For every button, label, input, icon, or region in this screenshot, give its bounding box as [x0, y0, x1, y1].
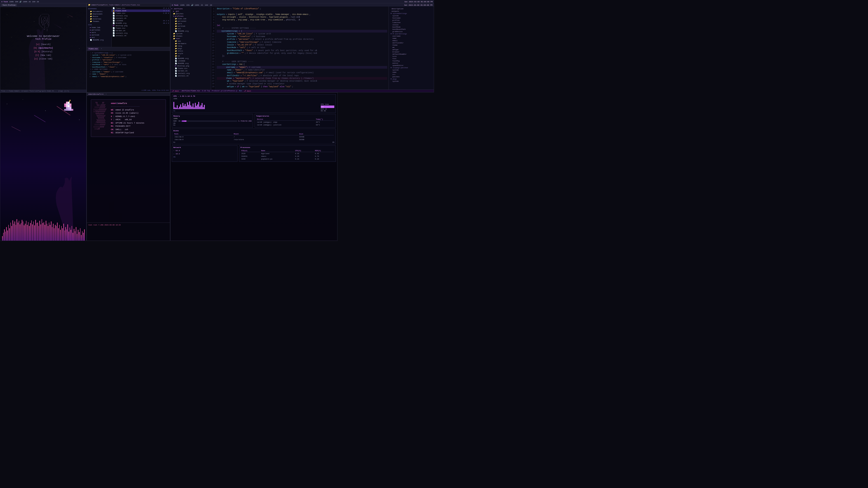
rp-item-hostname[interactable]: hostname: [389, 17, 434, 19]
rp-item-locale[interactable]: locale: [389, 24, 434, 26]
fm-file-readme[interactable]: 📄README.org: [87, 39, 112, 41]
qb-active-tab[interactable]: Tech Profile: [1, 4, 17, 6]
rp-item-grubdevice[interactable]: grubDevice: [389, 31, 434, 33]
ft-file-licenseorg[interactable]: 📄 LICENSE: [170, 60, 211, 62]
ft-dir-lang[interactable]: 📁 lang: [170, 45, 211, 47]
ft-file-flakenix[interactable]: 📄 flake.nix: [170, 67, 211, 70]
rp-item-spawneditor[interactable]: spawnEditor: [389, 64, 434, 67]
ft-dir-app[interactable]: 📁 app: [170, 40, 211, 42]
rp-item-profile[interactable]: profile: [389, 19, 434, 22]
ft-dir-hardware[interactable]: 📁 hardware: [170, 42, 211, 45]
ft-dir-wm[interactable]: 📁 wm: [170, 55, 211, 57]
ft-dir-patches[interactable]: 📁 patches: [170, 12, 211, 15]
ft-dir-pkgs[interactable]: 📁 pkgs: [170, 47, 211, 50]
rp-item-font[interactable]: font: [389, 58, 434, 60]
ft-file-installorg[interactable]: 📄 install.org: [170, 72, 211, 74]
ft-dir-homelab[interactable]: 📁 home.lab: [170, 18, 211, 20]
cp-tab[interactable]: +: [100, 47, 103, 51]
qb-link-closetab[interactable]: [x] [Close tab]: [33, 57, 53, 61]
rp-item-timezone[interactable]: timezone: [389, 22, 434, 24]
rp-item-editor[interactable]: editor: [389, 62, 434, 64]
fm-dir-personal[interactable]: ▶personal: [87, 29, 112, 31]
file-icon: 📄: [175, 58, 177, 59]
fm-item-media[interactable]: 📁Media: [87, 15, 112, 18]
fm-file-flakenix[interactable]: 📄 flake.nix 27.5 K: [112, 7, 170, 9]
rp-item-system[interactable]: system: [389, 15, 434, 17]
viz-bar-3: [5, 232, 6, 240]
ft-dir-shell[interactable]: 📁 shell: [170, 50, 211, 52]
rp-item-email[interactable]: email: [389, 39, 434, 42]
editor-code-content[interactable]: description = "Flake of LibrePhoenix"; o…: [215, 6, 389, 90]
fm-file-installorg2[interactable]: 📄 install.org: [112, 32, 170, 34]
ft-dir-system[interactable]: 📁 system: [170, 32, 211, 35]
fm-file-license[interactable]: 📄 LICENSE 34.2 K: [112, 20, 170, 22]
ft-file-readmeorg2[interactable]: 📄 README.org: [170, 57, 211, 60]
rp-item-name2[interactable]: name: [389, 71, 434, 73]
qb-link-history[interactable]: [S h] [History]: [33, 50, 53, 54]
cp-tab-active[interactable]: flake.nix: [88, 47, 99, 51]
mem-0-label: 0%: [174, 123, 252, 124]
rp-item-wmtype[interactable]: wmType: [389, 48, 434, 51]
fm-item-themes[interactable]: 📁Themes: [87, 20, 112, 23]
ft-dir-themes[interactable]: 📁 themes: [170, 35, 211, 37]
ft-dir-personal[interactable]: 📁 personal: [170, 20, 211, 22]
rp-item-term[interactable]: term: [389, 55, 434, 58]
ft-dir-wsl[interactable]: 📁 wsl: [170, 27, 211, 30]
viz-bar-44: [48, 226, 49, 240]
proc-row-2: 3150 pipewire-pu 0.15 0.18: [241, 158, 334, 160]
fm-file-installsh[interactable]: 📄 install.sh: [112, 17, 170, 20]
qb-tabbar: Tech Profile: [0, 3, 86, 7]
ft-dir-profiles[interactable]: ▼ profiles: [170, 15, 211, 18]
rp-item-username[interactable]: username: [389, 35, 434, 37]
rp-item-wm[interactable]: wm: [389, 46, 434, 48]
rp-item-description[interactable]: description: [389, 7, 434, 10]
fm-item-external[interactable]: 📁External: [87, 18, 112, 20]
folder-icon: 📁: [173, 38, 175, 39]
rp-item-bootmode[interactable]: bootMode: [389, 26, 434, 28]
rp-item-theme[interactable]: theme: [389, 44, 434, 46]
fm-file-flakenix2[interactable]: 📄 flake.nix: [112, 27, 170, 29]
rp-item-outputs[interactable]: outputs: [389, 10, 434, 12]
ft-file-hardensh[interactable]: 📄 harden.sh: [170, 70, 211, 72]
rp-item-defaultroamdir[interactable]: defaultRoamDir: [389, 53, 434, 55]
qb-link-quickmarks[interactable]: [b] [Quickmarks]: [33, 46, 53, 50]
rp-item-system2[interactable]: system: [389, 69, 434, 71]
ft-dir-worklab[interactable]: 📁 worklab: [170, 25, 211, 27]
ft-file-readmeorg3[interactable]: 📄 README.org: [170, 62, 211, 65]
fm-dir-work[interactable]: ▶work: [87, 31, 112, 34]
ft-file-installsh[interactable]: 📄 install.sh: [170, 74, 211, 77]
ft-file-desktoppng[interactable]: 🖼 desktop.png: [170, 65, 211, 67]
ft-dir-user[interactable]: 📁 user: [170, 37, 211, 40]
rp-item-dotfilesdir[interactable]: dotfilesDir: [389, 42, 434, 44]
disk-mount-1: /nix/store: [233, 138, 298, 141]
neo-val-os: nixos 24.05 (uakari): [116, 112, 138, 114]
qb-link-newtab[interactable]: [t] [New tab]: [33, 54, 53, 57]
rp-item-name[interactable]: name: [389, 37, 434, 39]
rp-item-browser[interactable]: browser: [389, 51, 434, 53]
ft-dir-git[interactable]: ▶ .git: [170, 10, 211, 12]
qb-link-search[interactable]: [o] [Search]: [33, 43, 53, 46]
fm-file-desktoppng[interactable]: 🖼 desktop.png: [112, 24, 170, 27]
ft-dir-work[interactable]: 📁 work: [170, 22, 211, 25]
fm-file-readmeorg[interactable]: 📄 README.org 40.4 K: [112, 22, 170, 24]
ft-dir-dotfiles[interactable]: ▼ .dotfiles: [170, 7, 211, 10]
rp-item-src[interactable]: src: [389, 73, 434, 76]
fm-dir-wsl[interactable]: ▶wsl: [87, 36, 112, 39]
fm-file-flakelock2[interactable]: 📄 flake.nix 2.26 K: [112, 12, 170, 14]
fm-item-documents[interactable]: 📁Documents: [87, 10, 112, 13]
ft-label: system: [176, 33, 182, 35]
ft-dir-style[interactable]: 📁 style: [170, 52, 211, 55]
fm-file-hardensh[interactable]: 📄 harden.sh: [112, 29, 170, 32]
fm-item-downloads[interactable]: 📁Downloads: [87, 13, 112, 15]
fm-file-installorg[interactable]: 📄 install.org: [112, 14, 170, 17]
fm-file-installsh2[interactable]: 📄 install.sh: [112, 34, 170, 37]
ft-file-readmeorg[interactable]: 📄 README.org: [170, 30, 211, 32]
fm-dir-homelab[interactable]: ▶home.lab: [87, 26, 112, 29]
rp-item-bootmountpath[interactable]: bootMountPath: [389, 28, 434, 31]
rp-item-fontpkg[interactable]: fontPkg: [389, 60, 434, 62]
fm-dir-worklab[interactable]: ▶worklab: [87, 34, 112, 36]
rp-item-patches[interactable]: patches: [389, 76, 434, 78]
bottom-terminal[interactable]: root root 7.20G 2024-03-09 16:34: [87, 223, 170, 240]
rp-item-system3[interactable]: system: [389, 80, 434, 83]
fm-file-flakelock[interactable]: 🔒 flake.lock 22.5 K: [112, 9, 170, 12]
